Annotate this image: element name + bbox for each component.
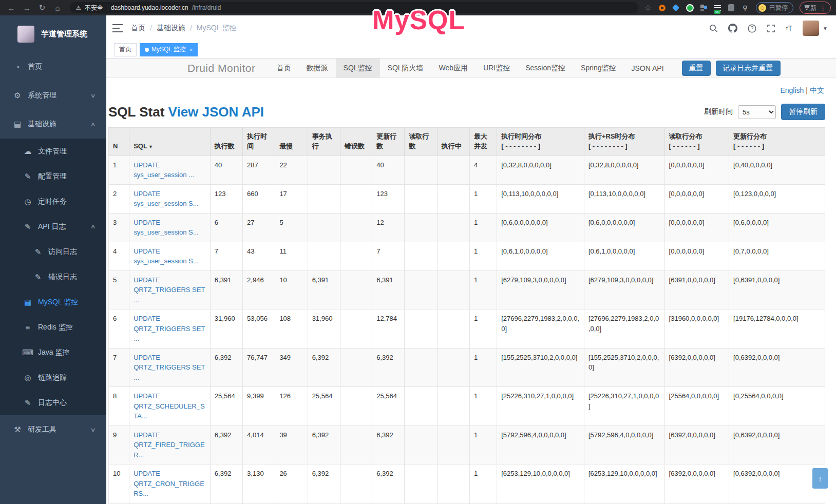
col-header-7[interactable]: 错误数 bbox=[340, 128, 372, 156]
forward-icon[interactable]: → bbox=[21, 4, 33, 12]
sql-statement-link[interactable]: UPDATE sys_user_session S... bbox=[134, 247, 198, 265]
back-icon[interactable]: ← bbox=[5, 4, 17, 12]
fullscreen-icon[interactable] bbox=[767, 24, 775, 33]
sidebar-item-基础设施[interactable]: ▤基础设施∧ bbox=[0, 110, 106, 139]
extensions-cluster: on ⚲ bbox=[657, 3, 750, 12]
sidebar-item-Java 监控[interactable]: ⌨Java 监控 bbox=[0, 340, 106, 365]
extension-squares-icon[interactable] bbox=[699, 3, 708, 12]
sidebar-item-文件管理[interactable]: ☁文件管理 bbox=[0, 139, 106, 164]
close-icon[interactable]: × bbox=[189, 47, 193, 53]
col-header-4[interactable]: 执行时间 bbox=[243, 128, 275, 156]
col-header-15[interactable]: 更新行分布[ - - - - - - ] bbox=[729, 128, 825, 156]
sql-statement-link[interactable]: UPDATE QRTZ_TRIGGERS SET ... bbox=[134, 276, 205, 304]
extension-puzzle-icon[interactable]: ⚲ bbox=[740, 3, 750, 12]
breadcrumb: 首页/基础设施/MySQL 监控 bbox=[131, 24, 237, 33]
cell-col-4: 53,056 bbox=[243, 309, 275, 348]
bookmark-star-icon[interactable]: ☆ bbox=[644, 4, 651, 12]
sql-statement-link[interactable]: UPDATE QRTZ_TRIGGERS SET ... bbox=[134, 354, 205, 381]
cell-col-4: 3,130 bbox=[243, 464, 275, 503]
col-header-5[interactable]: 最慢 bbox=[275, 128, 308, 156]
col-header-14[interactable]: 读取行分布[ - - - - - - ] bbox=[664, 128, 729, 156]
view-json-api-link[interactable]: View JSON API bbox=[168, 104, 264, 120]
breadcrumb-item[interactable]: 首页 bbox=[131, 24, 145, 33]
druid-nav-JSON API[interactable]: JSON API bbox=[624, 59, 672, 77]
col-header-10[interactable]: 执行中 bbox=[437, 128, 469, 156]
hamburger-icon[interactable] bbox=[112, 24, 123, 32]
cell-col-11: 1 bbox=[469, 425, 497, 464]
extension-gray-icon[interactable] bbox=[727, 3, 736, 12]
extension-gem-icon[interactable] bbox=[671, 3, 680, 12]
error-log-icon: ✎ bbox=[32, 273, 44, 282]
lang-link-English[interactable]: English bbox=[780, 86, 804, 94]
security-label[interactable]: 不安全 bbox=[85, 4, 103, 12]
extension-list-icon[interactable]: on bbox=[713, 3, 722, 12]
sql-statement-link[interactable]: UPDATE QRTZ_FIRED_TRIGGER... bbox=[134, 431, 204, 459]
sidebar-item-API 日志[interactable]: ✎API 日志∧ bbox=[0, 214, 106, 239]
browser-update-button[interactable]: 更新 ⋮ bbox=[800, 2, 831, 14]
refresh-interval-select[interactable]: 5s bbox=[738, 105, 776, 119]
tag-MySQL 监控[interactable]: MySQL 监控× bbox=[140, 43, 198, 56]
cell-col-15: [0,6,0,0,0,0] bbox=[729, 213, 825, 242]
sql-statement-link[interactable]: UPDATE sys_user_session ... bbox=[134, 161, 194, 179]
table-row: 9UPDATE QRTZ_FIRED_TRIGGER...6,3924,0143… bbox=[109, 425, 825, 464]
extension-orange-icon[interactable] bbox=[657, 3, 667, 12]
sidebar-item-首页[interactable]: ◔首页 bbox=[0, 52, 106, 81]
log-and-reset-button[interactable]: 记录日志并重置 bbox=[716, 61, 781, 76]
sidebar-item-链路追踪[interactable]: ◎链路追踪 bbox=[0, 365, 106, 390]
col-header-1[interactable]: N bbox=[109, 128, 129, 156]
druid-nav-URI监控[interactable]: URI监控 bbox=[476, 59, 518, 77]
user-avatar-menu[interactable]: ▼ bbox=[803, 21, 828, 36]
sidebar-item-访问日志[interactable]: ✎访问日志 bbox=[0, 239, 106, 264]
sql-statement-link[interactable]: UPDATE QRTZ_SCHEDULER_STA... bbox=[134, 392, 204, 420]
tag-首页[interactable]: 首页 bbox=[114, 43, 137, 56]
lang-link-中文[interactable]: 中文 bbox=[810, 86, 824, 94]
backtop-button[interactable]: ↑ bbox=[812, 468, 828, 489]
browser-toolbar: ← → ↻ ⌂ ⚠ 不安全 dashboard.yudao.iocoder.cn… bbox=[0, 0, 836, 15]
col-header-12[interactable]: 执行时间分布[ - - - - - - - - ] bbox=[497, 128, 584, 156]
breadcrumb-item[interactable]: 基础设施 bbox=[157, 24, 185, 33]
col-header-8[interactable]: 更新行数 bbox=[372, 128, 405, 156]
col-header-11[interactable]: 最大并发 bbox=[469, 128, 497, 156]
druid-nav-Session监控[interactable]: Session监控 bbox=[518, 59, 573, 77]
browser-menu-icon[interactable]: ⋮ bbox=[820, 4, 826, 12]
druid-nav-SQL监控[interactable]: SQL监控 bbox=[336, 59, 380, 77]
sql-statement-link[interactable]: UPDATE QRTZ_CRON_TRIGGERS... bbox=[134, 470, 204, 497]
sidebar-item-错误日志[interactable]: ✎错误日志 bbox=[0, 264, 106, 289]
sidebar-item-系统管理[interactable]: ⚙系统管理∨ bbox=[0, 81, 106, 110]
sidebar-logo[interactable]: 芋道管理系统 bbox=[0, 15, 106, 52]
search-icon[interactable] bbox=[709, 24, 718, 33]
extension-green-icon[interactable] bbox=[685, 3, 694, 12]
col-header-9[interactable]: 读取行数 bbox=[405, 128, 437, 156]
druid-nav-数据源[interactable]: 数据源 bbox=[299, 59, 336, 77]
reset-button[interactable]: 重置 bbox=[682, 61, 711, 76]
col-header-3[interactable]: 执行数 bbox=[210, 128, 242, 156]
github-icon[interactable] bbox=[728, 24, 737, 33]
chevron-up-icon: ∧ bbox=[90, 223, 96, 230]
profile-paused-pill[interactable]: ☺ 已暂停 bbox=[756, 2, 793, 13]
sql-statement-link[interactable]: UPDATE sys_user_session S... bbox=[134, 219, 198, 237]
sidebar-item-研发工具[interactable]: ⚒研发工具∨ bbox=[0, 415, 106, 444]
reload-icon[interactable]: ↻ bbox=[36, 3, 48, 12]
druid-nav-首页[interactable]: 首页 bbox=[269, 59, 299, 77]
druid-nav-Web应用[interactable]: Web应用 bbox=[431, 59, 476, 77]
sidebar-item-配置管理[interactable]: ✎配置管理 bbox=[0, 164, 106, 189]
sidebar-item-Redis 监控[interactable]: ≡Redis 监控 bbox=[0, 315, 106, 340]
col-header-13[interactable]: 执行+RS时分布[ - - - - - - - - ] bbox=[584, 128, 664, 156]
col-header-6[interactable]: 事务执行 bbox=[308, 128, 340, 156]
pause-refresh-button[interactable]: 暂停刷新 bbox=[781, 104, 825, 120]
druid-nav-Spring监控[interactable]: Spring监控 bbox=[573, 59, 623, 77]
sql-statement-link[interactable]: UPDATE QRTZ_TRIGGERS SET ... bbox=[134, 315, 205, 342]
sql-statement-link[interactable]: UPDATE sys_user_session S... bbox=[134, 190, 198, 208]
sidebar-item-MySQL 监控[interactable]: ▦MySQL 监控 bbox=[0, 289, 106, 315]
druid-nav-SQL防火墙[interactable]: SQL防火墙 bbox=[380, 59, 431, 77]
sidebar-item-日志中心[interactable]: ✎日志中心 bbox=[0, 390, 106, 415]
sidebar-item-定时任务[interactable]: ◷定时任务 bbox=[0, 189, 106, 214]
col-header-2[interactable]: SQL▼ bbox=[129, 128, 211, 156]
mysql-monitor-icon: ▦ bbox=[22, 298, 34, 307]
cell-col-8: 40 bbox=[372, 156, 405, 184]
font-size-icon[interactable]: тT bbox=[786, 24, 792, 32]
redis-monitor-icon: ≡ bbox=[22, 323, 34, 332]
address-bar[interactable]: ⚠ 不安全 dashboard.yudao.iocoder.cn/infra/d… bbox=[70, 2, 638, 13]
help-icon[interactable]: ? bbox=[748, 24, 756, 33]
home-icon[interactable]: ⌂ bbox=[51, 4, 64, 12]
